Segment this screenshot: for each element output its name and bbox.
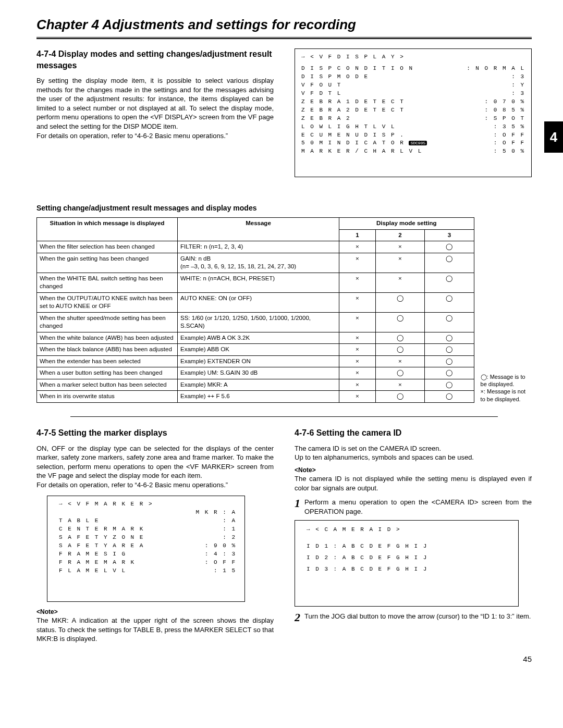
sec-474-head: 4-7-4 Display modes and setting changes/… [36, 48, 274, 71]
screen-row: F L A M E L V L: 1 5 [59, 567, 236, 575]
table-row: When the shutter speed/mode setting has … [37, 312, 474, 332]
camera-id-line: I D 3 : A B C D E F G H I J [307, 563, 510, 575]
screen-row: F R A M E M A R K: O F F [59, 559, 236, 567]
screen-row: Z E B R A 2: S P O T [301, 115, 525, 123]
table-row: When the WHITE BAL switch setting has be… [37, 273, 474, 292]
screen-row: T A B L E: A [59, 517, 236, 525]
note-475: The MKR: A indication at the upper right… [36, 616, 274, 644]
legend-o: ◯: Message is to be displayed. [481, 373, 532, 388]
camera-id-line: I D 2 : A B C D E F G H I J [307, 552, 510, 563]
sec-476-p1: The camera ID is set on the CAMERA ID sc… [295, 444, 532, 453]
screen-row: 5 0 M I N D I C A T O R SDC905: O F F [301, 139, 525, 147]
screen-row: M A R K E R / C H A R L V L: 5 0 % [301, 147, 525, 156]
th-message: Message [178, 218, 339, 241]
table-row: When the black balance (ABB) has been ad… [37, 344, 474, 356]
sec-474-p1: By setting the display mode item, it is … [36, 76, 274, 131]
sec-475-head: 4-7-5 Setting the marker displays [36, 427, 274, 439]
camera-id-screen: → < C A M E R A I D > I D 1 : A B C D E … [295, 520, 519, 607]
table-title: Setting change/adjustment result message… [36, 203, 532, 213]
sec-475-p1: ON, OFF or the display type can be selec… [36, 444, 274, 480]
table-row: When the filter selection has been chang… [37, 241, 474, 253]
chapter-title: Chapter 4 Adjustments and settings for r… [36, 16, 532, 34]
sec-475-p2: For details on operation, refer to “4-6-… [36, 480, 274, 490]
screen-row: E C U M E N U D I S P .: O F F [301, 131, 525, 140]
note-label-475: <Note> [36, 608, 58, 615]
th-mode: Display mode setting [339, 218, 474, 230]
title-rule [36, 37, 532, 39]
note-label-476: <Note> [295, 466, 316, 474]
step-1-text: Perform a menu operation to open the <CA… [304, 498, 532, 516]
table-row: When the extender has been selectedExamp… [37, 355, 474, 367]
table-row: When a user button setting has been chan… [37, 367, 474, 379]
screen-row: C E N T E R M A R K: 1 [59, 525, 236, 534]
section-separator [70, 416, 498, 417]
screen-row: Z E B R A 2 D E T E C T: 0 8 5 % [301, 106, 525, 115]
table-row: When in iris overwrite statusExample) ++… [37, 391, 474, 403]
th-m3: 3 [425, 229, 474, 241]
table-row: When the white balance (AWB) has been ad… [37, 332, 474, 344]
screen-row: L O W L I G H T L V L: 3 5 % [301, 123, 525, 131]
screen-row: D I S P C O N D I T I O N: N O R M A L [301, 65, 525, 73]
sec-476-head: 4-7-6 Setting the camera ID [295, 427, 532, 439]
table-row: When a marker select button has been sel… [37, 379, 474, 391]
marker-screen-title: → < V F M A R K E R > [59, 500, 153, 509]
th-m1: 1 [339, 229, 376, 241]
sec-476-p2: Up to ten alphanumerics, symbols and spa… [295, 453, 532, 462]
table-row: When the gain setting has been changedGA… [37, 253, 474, 273]
message-table: Situation in which message is displayed … [36, 217, 474, 403]
vf-marker-screen: → < V F M A R K E R > M K R : A T A B L … [47, 496, 245, 601]
page-number: 45 [36, 654, 532, 664]
note-476: The camera ID is not displayed while the… [295, 474, 532, 492]
marker-topright: M K R : A [59, 509, 236, 517]
screen-row: S A F E T Y Z O N E: 2 [59, 534, 236, 542]
legend-x: ×: Message is not to be displayed. [481, 388, 532, 403]
screen-row: Z E B R A 1 D E T E C T: 0 7 0 % [301, 98, 525, 106]
table-row: When the OUTPUT/AUTO KNEE switch has bee… [37, 292, 474, 312]
camid-screen-title: → < C A M E R A I D > [307, 526, 510, 534]
screen-row: V F O U T: Y [301, 81, 525, 90]
vf-display-screen: → < V F D I S P L A Y > D I S P C O N D … [295, 48, 532, 177]
screen-row: D I S P M O D E: 3 [301, 73, 525, 81]
camera-id-line: I D 1 : A B C D E F G H I J [307, 540, 510, 552]
table-legend: ◯: Message is to be displayed. ×: Messag… [476, 373, 532, 403]
chapter-tab: 4 [544, 121, 563, 153]
screen-title: → < V F D I S P L A Y > [301, 53, 525, 61]
step-2-text: Turn the JOG dial button to move the arr… [304, 612, 531, 621]
step-2-num: 2 [295, 612, 300, 623]
screen-row: F R A M E S I G: 4 : 3 [59, 550, 236, 559]
step-1-num: 1 [295, 498, 300, 509]
th-situation: Situation in which message is displayed [37, 218, 178, 241]
th-m2: 2 [375, 229, 424, 241]
screen-row: S A F E T Y A R E A: 9 0 % [59, 542, 236, 550]
sec-474-p2: For details on operation, refer to “4-6-… [36, 131, 274, 141]
screen-row: V F D T L: 3 [301, 90, 525, 98]
